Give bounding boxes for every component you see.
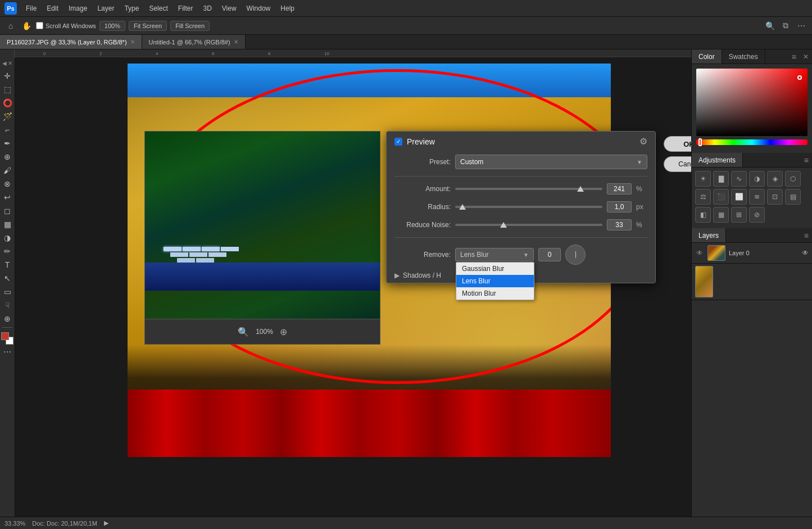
layer-eye-0[interactable]: 👁 xyxy=(695,248,704,257)
type-tool[interactable]: T xyxy=(1,259,13,271)
radius-slider[interactable] xyxy=(455,203,602,211)
degree-input[interactable] xyxy=(538,248,561,261)
tab-layers[interactable]: Layers xyxy=(692,228,726,242)
shape-tool[interactable]: ▭ xyxy=(1,286,13,298)
color-balance-icon[interactable]: ⚖ xyxy=(695,189,711,205)
home-icon[interactable]: ⌂ xyxy=(4,20,17,32)
zoom-out-icon[interactable]: 🔍 xyxy=(238,327,249,337)
hsl-icon[interactable]: ⬡ xyxy=(785,171,801,187)
scroll-all-checkbox[interactable] xyxy=(36,22,43,29)
clone-tool[interactable]: ⊗ xyxy=(1,178,13,190)
scroll-all-windows[interactable]: Scroll All Windows xyxy=(36,22,96,29)
tab-color[interactable]: Color xyxy=(692,49,722,64)
fit-screen-btn[interactable]: Fit Screen xyxy=(129,21,167,31)
zoom-tool[interactable]: ⊕ xyxy=(1,313,13,325)
channel-mixer-icon[interactable]: ≋ xyxy=(749,189,765,205)
tools-close[interactable]: ✕ xyxy=(8,60,12,66)
tab-close-1[interactable]: ✕ xyxy=(234,39,238,45)
radius-slider-thumb[interactable] xyxy=(459,204,466,210)
healing-tool[interactable]: ⊕ xyxy=(1,151,13,163)
nav-arrow[interactable]: ▶ xyxy=(104,519,108,527)
hand-tool[interactable]: ☟ xyxy=(1,299,13,311)
amount-value-input[interactable] xyxy=(607,183,632,195)
menu-select[interactable]: Select xyxy=(144,3,172,13)
fill-screen-btn[interactable]: Fill Screen xyxy=(170,21,210,31)
posterize-icon[interactable]: ▤ xyxy=(785,189,801,205)
layers-panel-menu[interactable]: ≡ xyxy=(801,228,812,242)
eyedropper-tool[interactable]: ✒ xyxy=(1,137,13,150)
menu-window[interactable]: Window xyxy=(242,3,275,13)
preview-checkbox[interactable]: ✓ xyxy=(394,138,402,146)
pen-tool[interactable]: ✏ xyxy=(1,245,13,257)
hand-tool-icon[interactable]: ✋ xyxy=(20,20,33,32)
menu-image[interactable]: Image xyxy=(64,3,92,13)
gear-icon[interactable]: ⚙ xyxy=(639,136,647,147)
levels-icon[interactable]: ▇ xyxy=(713,171,729,187)
cancel-button[interactable]: Cancel xyxy=(664,156,691,172)
option-motion-blur[interactable]: Motion Blur xyxy=(456,287,534,300)
menu-view[interactable]: View xyxy=(217,3,241,13)
brush-tool[interactable]: 🖌 xyxy=(1,164,13,177)
panel-close-icon[interactable]: ✕ xyxy=(800,49,812,64)
brightness-contrast-icon[interactable]: ☀ xyxy=(695,171,711,187)
color-swatches[interactable] xyxy=(1,332,13,345)
zoom-level-btn[interactable]: 100% xyxy=(99,21,125,31)
dodge-tool[interactable]: ◑ xyxy=(1,232,13,244)
crop-tool[interactable]: ⌐ xyxy=(1,124,13,136)
layer-item-0[interactable]: 👁 Layer 0 👁 xyxy=(692,243,812,264)
threshold-icon[interactable]: ◧ xyxy=(695,207,711,223)
photo-filter-icon[interactable]: ⬜ xyxy=(731,189,747,205)
menu-layer[interactable]: Layer xyxy=(93,3,119,13)
tools-collapse[interactable]: ◀ xyxy=(2,60,7,66)
zoom-in-icon[interactable]: ⊕ xyxy=(280,327,287,337)
menu-3d[interactable]: 3D xyxy=(198,3,216,13)
vibrance-icon[interactable]: ◈ xyxy=(767,171,783,187)
tab-adjustments[interactable]: Adjustments xyxy=(692,153,743,167)
tab-close-0[interactable]: ✕ xyxy=(130,39,135,45)
tab-p1160237[interactable]: P1160237.JPG @ 33,3% (Layer 0, RGB/8*) ✕ xyxy=(0,35,142,49)
option-gaussian-blur[interactable]: Gaussian Blur xyxy=(456,263,534,275)
selective-color-icon[interactable]: ⊞ xyxy=(731,207,747,223)
curves-icon[interactable]: ∿ xyxy=(731,171,747,187)
tab-swatches[interactable]: Swatches xyxy=(722,49,765,64)
extra-icon[interactable]: ⋯ xyxy=(795,20,808,32)
noise-slider-thumb[interactable] xyxy=(500,222,507,228)
marquee-tool[interactable]: ⬚ xyxy=(1,83,13,96)
menu-filter[interactable]: Filter xyxy=(174,3,198,13)
tab-untitled1[interactable]: Untitled-1 @ 66,7% (RGB/8#) ✕ xyxy=(142,35,246,49)
radius-value-input[interactable] xyxy=(607,201,632,212)
reduce-noise-slider[interactable] xyxy=(455,221,602,229)
menu-file[interactable]: File xyxy=(21,3,41,13)
search-icon[interactable]: 🔍 xyxy=(764,20,776,32)
panel-menu-icon[interactable]: ≡ xyxy=(788,49,800,64)
preset-dropdown[interactable]: Custom ▼ xyxy=(455,155,647,169)
black-white-icon[interactable]: ⬛ xyxy=(713,189,729,205)
history-tool[interactable]: ↩ xyxy=(1,191,13,204)
gradient-map-icon[interactable]: ▦ xyxy=(713,207,729,223)
extra-tools[interactable]: ⋯ xyxy=(1,346,13,358)
quick-select-tool[interactable]: 🪄 xyxy=(1,110,13,123)
option-lens-blur[interactable]: Lens Blur xyxy=(456,275,534,287)
color-lookup-icon[interactable]: ⊡ xyxy=(767,189,783,205)
menu-edit[interactable]: Edit xyxy=(42,3,63,13)
degree-circle[interactable] xyxy=(565,245,586,265)
lasso-tool[interactable]: ⭕ xyxy=(1,97,13,109)
path-selection-tool[interactable]: ↖ xyxy=(1,272,13,284)
move-tool[interactable]: ✛ xyxy=(1,70,13,82)
arrange-icon[interactable]: ⧉ xyxy=(779,20,792,32)
noise-value-input[interactable] xyxy=(607,219,632,230)
remove-dropdown-btn[interactable]: Lens Blur ▼ Gaussian Blur Lens Blur Moti… xyxy=(455,248,534,261)
layer-item-thumb[interactable] xyxy=(692,264,812,300)
ok-button[interactable]: OK xyxy=(664,136,691,152)
color-hue-bar[interactable] xyxy=(696,139,808,145)
invert-icon[interactable]: ⊘ xyxy=(749,207,765,223)
eraser-tool[interactable]: ◻ xyxy=(1,205,13,217)
adj-panel-menu[interactable]: ≡ xyxy=(801,153,812,167)
menu-type[interactable]: Type xyxy=(120,3,143,13)
amount-slider-thumb[interactable] xyxy=(577,186,584,192)
gradient-tool[interactable]: ▦ xyxy=(1,218,13,230)
color-gradient[interactable] xyxy=(696,69,808,136)
menu-help[interactable]: Help xyxy=(276,3,299,13)
exposure-icon[interactable]: ◑ xyxy=(749,171,765,187)
amount-slider[interactable] xyxy=(455,185,602,193)
